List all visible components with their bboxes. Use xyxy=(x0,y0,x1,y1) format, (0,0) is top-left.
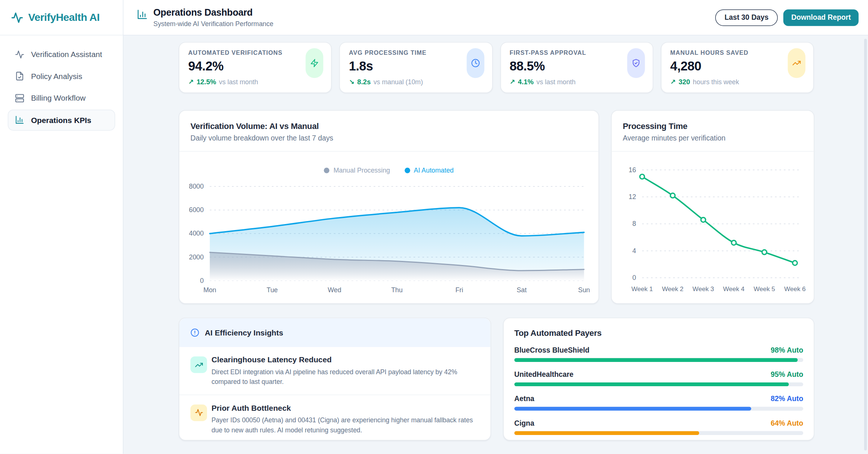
sidebar-item-label: Verification Assistant xyxy=(31,50,102,59)
sidebar-item-label: Operations KPIs xyxy=(31,116,91,124)
insight-description: Payer IDs 00050 (Aetna) and 00431 (Cigna… xyxy=(211,415,479,435)
svg-text:Sun: Sun xyxy=(578,286,590,294)
app-window: VerifyHealth AI Verification Assistant P… xyxy=(0,0,868,454)
volume-area-chart: 02000400060008000MonTueWedThuFriSatSun xyxy=(179,176,599,303)
legend-dot xyxy=(405,168,410,173)
file-check-icon xyxy=(15,72,24,81)
payer-row-bluecross: BlueCross BlueShield 98% Auto xyxy=(514,346,803,362)
kpi-delta: 8.2s xyxy=(357,78,371,86)
download-report-button[interactable]: Download Report xyxy=(783,9,858,26)
legend-dot xyxy=(324,168,330,173)
kpi-context: vs manual (10m) xyxy=(374,78,423,86)
chart-title: Verification Volume: AI vs Manual xyxy=(191,121,588,130)
progress-bar-fill xyxy=(514,431,699,435)
payer-percent: 98% Auto xyxy=(771,346,803,354)
kpi-label: FIRST-PASS APPROVAL xyxy=(510,49,644,56)
page-subtitle: System-wide AI Verification Performance xyxy=(153,20,273,28)
ai-efficiency-insights-card: AI Efficiency Insights Clearinghouse Lat… xyxy=(179,318,491,441)
payer-name: Aetna xyxy=(514,395,534,403)
svg-text:4: 4 xyxy=(632,247,636,255)
kpi-delta: 12.5% xyxy=(196,78,216,86)
kpi-label: MANUAL HOURS SAVED xyxy=(670,49,805,56)
kpi-icon-pill xyxy=(627,48,645,78)
svg-text:Sat: Sat xyxy=(517,286,527,294)
sidebar-item-operations-kpis[interactable]: Operations KPIs xyxy=(8,109,115,130)
kpi-value: 4,280 xyxy=(670,59,805,73)
charts-row: Verification Volume: AI vs Manual Daily … xyxy=(179,110,814,304)
progress-bar-track xyxy=(514,431,803,435)
kpi-context: vs last month xyxy=(537,78,576,86)
date-range-button[interactable]: Last 30 Days xyxy=(715,9,778,26)
svg-text:Week 6: Week 6 xyxy=(784,286,806,293)
bottom-row: AI Efficiency Insights Clearinghouse Lat… xyxy=(179,318,814,441)
legend-item-ai-automated[interactable]: AI Automated xyxy=(405,167,454,174)
insight-item-prior-auth-bottleneck: Prior Auth Bottleneck Payer IDs 00050 (A… xyxy=(179,394,490,441)
kpi-icon-pill xyxy=(306,48,324,78)
trending-up-icon xyxy=(195,360,203,369)
kpi-card-manual-hours-saved: MANUAL HOURS SAVED 4,280 ↗ 320 hours thi… xyxy=(661,42,814,93)
sidebar-item-label: Billing Workflow xyxy=(31,94,85,103)
svg-text:8: 8 xyxy=(632,220,636,227)
svg-text:Week 3: Week 3 xyxy=(692,286,714,293)
kpi-card-avg-processing-time: AVG PROCESSING TIME 1.8s ↘ 8.2s vs manua… xyxy=(339,42,492,93)
kpi-label: AUTOMATED VERIFICATIONS xyxy=(188,49,323,56)
payer-row-unitedhealthcare: UnitedHealthcare 95% Auto xyxy=(514,370,803,386)
arrow-up-right-icon: ↗ xyxy=(510,78,515,86)
payer-name: UnitedHealthcare xyxy=(514,370,573,378)
server-icon xyxy=(15,93,24,103)
sidebar-item-policy-analysis[interactable]: Policy Analysis xyxy=(8,66,115,86)
kpi-icon-pill xyxy=(466,48,484,78)
insight-icon-pill xyxy=(191,356,207,373)
trending-up-icon xyxy=(792,59,801,67)
clock-icon xyxy=(471,59,480,67)
scrollbar-thumb[interactable] xyxy=(864,39,867,451)
svg-text:Week 1: Week 1 xyxy=(631,286,653,293)
legend-label: Manual Processing xyxy=(333,167,390,174)
progress-bar-fill xyxy=(514,358,797,362)
payer-row-aetna: Aetna 82% Auto xyxy=(514,395,803,411)
progress-bar-track xyxy=(514,382,803,386)
kpi-value: 88.5% xyxy=(510,59,644,73)
volume-chart-card: Verification Volume: AI vs Manual Daily … xyxy=(179,110,599,304)
chart-subtitle: Average minutes per verification xyxy=(623,134,803,142)
activity-icon xyxy=(15,50,24,59)
zap-icon xyxy=(310,59,319,67)
kpi-delta: 4.1% xyxy=(518,78,534,86)
arrow-up-right-icon: ↗ xyxy=(188,78,194,86)
kpi-context: hours this week xyxy=(693,78,739,86)
svg-text:12: 12 xyxy=(629,193,636,201)
brand-name: VerifyHealth AI xyxy=(28,11,100,23)
sidebar: VerifyHealth AI Verification Assistant P… xyxy=(0,0,123,454)
activity-icon xyxy=(195,409,203,417)
brand-logo: VerifyHealth AI xyxy=(0,0,123,35)
svg-text:0: 0 xyxy=(200,277,204,284)
shield-check-icon xyxy=(632,59,641,67)
payer-percent: 82% Auto xyxy=(771,395,803,403)
svg-text:16: 16 xyxy=(629,166,636,174)
kpi-delta: 320 xyxy=(679,78,690,86)
legend-label: AI Automated xyxy=(414,167,454,174)
sidebar-item-billing-workflow[interactable]: Billing Workflow xyxy=(8,88,115,108)
sidebar-item-verification-assistant[interactable]: Verification Assistant xyxy=(8,44,115,64)
svg-text:2000: 2000 xyxy=(189,253,204,261)
svg-text:Week 5: Week 5 xyxy=(754,286,775,293)
svg-text:0: 0 xyxy=(632,274,636,281)
kpi-row: AUTOMATED VERIFICATIONS 94.2% ↗ 12.5% vs… xyxy=(179,42,814,93)
svg-text:Fri: Fri xyxy=(455,286,463,294)
payer-row-cigna: Cigna 64% Auto xyxy=(514,419,803,435)
chart-subtitle: Daily volume breakdown over the last 7 d… xyxy=(191,134,588,142)
svg-text:Tue: Tue xyxy=(267,286,278,294)
processing-time-chart-card: Processing Time Average minutes per veri… xyxy=(611,110,814,304)
svg-text:Week 4: Week 4 xyxy=(723,286,745,293)
kpi-value: 1.8s xyxy=(349,59,483,73)
top-header: Operations Dashboard System-wide AI Veri… xyxy=(123,0,868,35)
kpi-label: AVG PROCESSING TIME xyxy=(349,49,483,56)
payer-percent: 95% Auto xyxy=(771,370,803,378)
sidebar-nav: Verification Assistant Policy Analysis B… xyxy=(0,35,123,130)
page-title: Operations Dashboard xyxy=(153,7,273,18)
payer-name: BlueCross BlueShield xyxy=(514,346,589,354)
svg-text:Mon: Mon xyxy=(203,286,216,294)
legend-item-manual-processing[interactable]: Manual Processing xyxy=(324,167,390,174)
insight-icon-pill xyxy=(191,404,207,421)
progress-bar-track xyxy=(514,358,803,362)
